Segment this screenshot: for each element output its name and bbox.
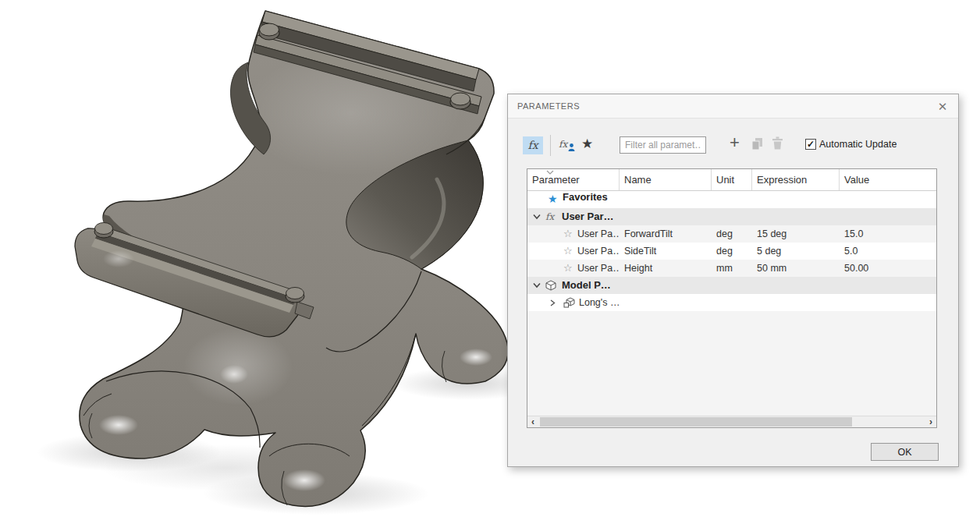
app-window: PARAMETERS ✕ fx fx ★ + [0, 0, 980, 524]
column-header-value[interactable]: Value [840, 169, 936, 190]
value-cell: 15.0 [840, 225, 936, 243]
person-icon [568, 143, 575, 151]
filter-parameters-input[interactable] [620, 136, 706, 154]
favorite-toggle-star-icon[interactable]: ☆ [563, 260, 573, 277]
toolbar-divider [550, 135, 551, 156]
chevron-right-icon[interactable] [550, 299, 556, 306]
parameter-cell: User Pa… [577, 225, 620, 243]
table-row-group-user-parameters[interactable]: fx User Par… [527, 208, 936, 225]
scroll-right-icon[interactable]: › [925, 416, 936, 427]
table-row-sidetilt[interactable]: ☆ User Pa… SideTilt deg 5 deg 5.0 [527, 243, 936, 260]
favorites-label: Favorites [563, 191, 608, 203]
parameter-cell: User Pa… [577, 260, 620, 277]
new-user-parameter-button[interactable]: fx [559, 136, 579, 154]
parameter-cell: User Pa… [577, 243, 620, 260]
column-header-parameter[interactable]: Parameter [527, 169, 620, 190]
model-3d-viewport[interactable] [0, 0, 546, 524]
user-parameters-filter-button[interactable]: fx [523, 136, 543, 154]
favorites-star-icon: ★ [548, 193, 558, 205]
table-header: Parameter Name Unit Expression Value [527, 169, 936, 191]
add-parameter-icon[interactable]: + [730, 133, 740, 153]
automatic-update-label: Automatic Update [819, 139, 897, 150]
stand-3d-model [0, 0, 546, 524]
dialog-title: PARAMETERS [517, 101, 580, 111]
unit-cell: deg [712, 225, 752, 243]
unit-cell: mm [712, 260, 752, 277]
name-cell: SideTilt [620, 243, 712, 260]
column-header-unit[interactable]: Unit [712, 169, 752, 190]
column-header-name[interactable]: Name [620, 169, 712, 190]
value-cell: 50.00 [840, 260, 936, 277]
favorite-toggle-star-icon[interactable]: ☆ [563, 225, 573, 243]
dialog-toolbar: fx fx ★ + ✓ [508, 119, 958, 162]
close-icon[interactable]: ✕ [935, 99, 950, 115]
table-body: ★ Favorites fx User Par… ☆ User Pa… [527, 191, 936, 416]
unit-cell: deg [712, 243, 752, 260]
expression-cell[interactable]: 15 deg [752, 225, 840, 243]
favorite-toggle-star-icon[interactable]: ☆ [563, 243, 573, 260]
chevron-down-icon[interactable] [533, 214, 541, 220]
component-label: Long's … [579, 294, 620, 311]
horizontal-scrollbar[interactable]: ‹ › [527, 416, 936, 427]
check-icon: ✓ [806, 140, 815, 149]
ok-button[interactable]: OK [871, 443, 939, 461]
table-row-forwardtilt[interactable]: ☆ User Pa… ForwardTilt deg 15 deg 15.0 [527, 225, 936, 243]
fx-user-icon: fx [559, 139, 567, 150]
copy-icon-disabled[interactable] [751, 137, 764, 150]
table-row-group-model-parameters[interactable]: Model P… [527, 277, 936, 294]
value-cell: 5.0 [840, 243, 936, 260]
expression-cell[interactable]: 50 mm [752, 260, 840, 277]
group-label: Model P… [562, 277, 611, 294]
sort-chevron-icon [546, 170, 554, 175]
scroll-left-icon[interactable]: ‹ [527, 416, 538, 427]
fx-icon: fx [527, 139, 538, 151]
parameters-dialog: PARAMETERS ✕ fx fx ★ + [507, 94, 959, 467]
scrollbar-thumb[interactable] [540, 417, 852, 427]
cube-icon [545, 280, 556, 291]
table-row-component-longs[interactable]: Long's … [527, 294, 936, 311]
favorites-filter-star-icon[interactable]: ★ [581, 136, 593, 152]
automatic-update-checkbox[interactable]: ✓ [805, 139, 816, 150]
component-cube-icon [563, 297, 575, 308]
dialog-titlebar[interactable]: PARAMETERS ✕ [508, 94, 958, 119]
fx-group-icon: fx [545, 208, 554, 225]
name-cell: ForwardTilt [620, 225, 712, 243]
delete-icon-disabled[interactable] [772, 136, 783, 150]
chevron-down-icon[interactable] [533, 282, 541, 289]
group-label: User Par… [562, 208, 613, 225]
parameters-table: Parameter Name Unit Expression Value ★ F… [527, 168, 937, 428]
table-row-height[interactable]: ☆ User Pa… Height mm 50 mm 50.00 [527, 260, 936, 277]
expression-cell[interactable]: 5 deg [752, 243, 840, 260]
column-header-expression[interactable]: Expression [752, 169, 840, 190]
name-cell: Height [620, 260, 712, 277]
table-row-favorites[interactable]: ★ Favorites [527, 191, 936, 208]
